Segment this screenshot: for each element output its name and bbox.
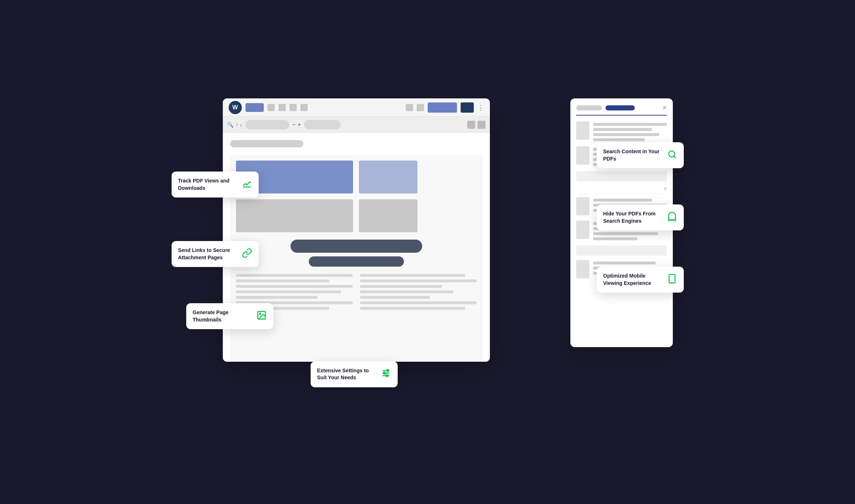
pdf-line (360, 290, 453, 293)
feature-card-extensive-text: Extensive Settings to Suit Your Needs (317, 367, 376, 381)
pdf-line (360, 274, 465, 277)
svg-point-2 (259, 313, 261, 315)
sp-line (593, 237, 637, 240)
sp-line (593, 128, 652, 131)
pdf-gray-block-small (359, 199, 417, 232)
browser-titlebar: W ⋮ (223, 98, 490, 117)
feature-card-hide-text: Hide Your PDFs From Search Engines (603, 210, 662, 225)
svg-point-7 (383, 372, 385, 374)
sp-scroll-up[interactable]: ∧ (576, 186, 667, 191)
pdf-text-col-2 (360, 274, 477, 310)
sp-line (593, 138, 645, 141)
pdf-url-bar[interactable] (245, 120, 289, 129)
pdf-blue-block-small (359, 161, 417, 193)
sp-thumbnail-3 (576, 197, 589, 215)
view-icon-1[interactable] (467, 121, 475, 129)
sp-line (593, 232, 658, 235)
chart-line-icon (242, 178, 252, 191)
svg-point-6 (386, 369, 389, 372)
pdf-button-dark-2 (309, 256, 404, 267)
toolbar-block-gray-4 (300, 104, 308, 111)
sp-line (593, 262, 656, 264)
zoom-controls: − + (292, 121, 301, 128)
feature-card-track-text: Track PDF Views and Downloads (178, 177, 237, 192)
sp-row-1 (576, 121, 667, 141)
sp-thumbnail-2 (576, 146, 589, 165)
toolbar-block-gray-5 (406, 104, 413, 111)
feature-card-send-text: Send Links to Secure Attachment Pages (178, 247, 237, 261)
pdf-line (236, 296, 318, 299)
pdf-button-row (236, 240, 477, 267)
sp-input-row-2[interactable] (576, 245, 667, 256)
pdf-line (360, 307, 465, 310)
pdf-line (236, 279, 329, 282)
svg-point-8 (386, 375, 388, 377)
feature-card-mobile: Optimized Mobile Viewing Experience (597, 267, 684, 293)
sp-tab-1[interactable] (576, 105, 602, 110)
pdf-button-dark-1 (290, 240, 422, 253)
toolbar-block-blue-lg (428, 102, 457, 113)
close-icon[interactable]: ✕ (662, 104, 667, 111)
svg-point-9 (668, 151, 674, 157)
sp-thumbnail-1 (576, 121, 589, 140)
view-icon-2[interactable] (477, 121, 485, 129)
toolbar-block-gray-6 (417, 104, 424, 111)
toolbar-block-gray-3 (289, 104, 297, 111)
pdf-toolbar: 🔍 ↑ ↓ − + (223, 117, 490, 133)
page-title-bar (230, 140, 303, 147)
feature-card-mobile-text: Optimized Mobile Viewing Experience (603, 272, 662, 287)
pdf-line (236, 285, 353, 288)
image-icon (256, 310, 267, 323)
pdf-line (236, 274, 353, 277)
mobile-icon (667, 274, 677, 286)
feature-card-search-text: Search Content in Your PDFs (603, 148, 662, 162)
feature-card-search: Search Content in Your PDFs (597, 142, 684, 168)
toolbar-block-gray-2 (278, 104, 286, 111)
pdf-row-2 (236, 199, 477, 232)
svg-line-10 (674, 156, 676, 158)
zoom-minus-icon[interactable]: − (292, 121, 296, 128)
nav-up-icon[interactable]: ↑ (236, 122, 239, 128)
svg-rect-11 (669, 274, 675, 283)
sp-thumbnail-4 (576, 221, 589, 239)
sp-thumbnail-5 (576, 260, 589, 278)
pdf-line (360, 285, 442, 288)
pdf-search-icon: 🔍 (227, 122, 233, 128)
main-scene: W ⋮ 🔍 ↑ ↓ − + (172, 87, 684, 417)
pdf-line (236, 290, 341, 293)
pdf-url-bar-2[interactable] (304, 120, 341, 129)
wordpress-logo: W (229, 101, 242, 114)
feature-card-send: Send Links to Secure Attachment Pages (172, 241, 259, 267)
toolbar-block-blue (245, 103, 264, 112)
pdf-line (360, 301, 477, 304)
pdf-line (360, 296, 430, 299)
search-content-icon (667, 149, 677, 162)
ghost-icon (667, 211, 677, 224)
toolbar-more-dots[interactable]: ⋮ (477, 104, 484, 112)
pdf-row-1 (236, 161, 477, 193)
view-icons (467, 121, 485, 129)
sp-tab-active[interactable] (605, 105, 635, 110)
feature-card-track: Track PDF Views and Downloads (172, 172, 259, 198)
feature-card-generate: Generate Page Thumbnails (186, 303, 273, 329)
toolbar-block-gray-1 (267, 104, 275, 111)
sliders-icon (381, 368, 391, 380)
feature-card-extensive: Extensive Settings to Suit Your Needs (311, 361, 398, 387)
sp-lines-1 (593, 121, 667, 141)
link-icon (242, 248, 252, 260)
pdf-gray-block-main (236, 199, 353, 232)
sp-line (593, 199, 652, 202)
sp-line (593, 133, 660, 136)
nav-arrows: ↑ ↓ (236, 122, 243, 128)
nav-down-icon[interactable]: ↓ (240, 122, 243, 128)
feature-card-generate-text: Generate Page Thumbnails (193, 309, 251, 323)
sidebar-panel-header: ✕ (576, 104, 667, 116)
pdf-line (360, 279, 477, 282)
zoom-plus-icon[interactable]: + (298, 121, 301, 128)
sp-divider (576, 194, 667, 194)
sp-input-row[interactable] (576, 171, 667, 181)
toolbar-block-dark (461, 102, 474, 113)
feature-card-hide: Hide Your PDFs From Search Engines (597, 204, 684, 230)
pdf-viewer (230, 155, 483, 362)
sp-line (593, 123, 667, 126)
